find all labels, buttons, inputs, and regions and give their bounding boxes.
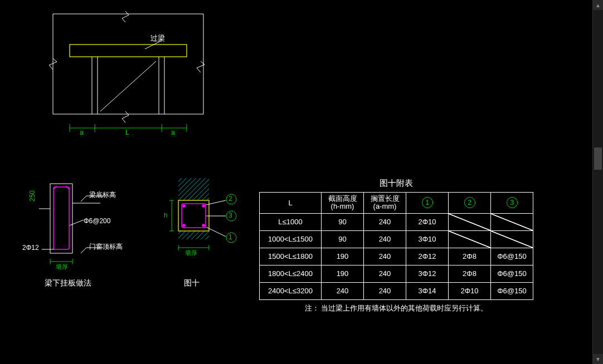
leader-line	[145, 41, 167, 52]
table-cell	[491, 213, 533, 230]
svg-rect-24	[182, 204, 206, 228]
table-row: L≤1000902402Φ10	[260, 213, 533, 230]
lintel-table: 图十附表 L 截面高度(h-mm) 搁置长度(a-mm) 1 2 3 L≤100…	[259, 178, 533, 313]
svg-line-19	[70, 220, 84, 225]
table-cell: 240	[364, 265, 406, 282]
table-cell: 3Φ10	[406, 230, 449, 248]
table-cell: Φ6@150	[491, 282, 533, 299]
hanging-panel-section: 250 梁底标高 Φ6@200 2Φ12 门窗顶标高 墙厚 梁下挂板做法	[39, 178, 139, 278]
scroll-thumb[interactable]	[594, 147, 602, 170]
table-cell: 240	[364, 230, 406, 248]
table-header-row: L 截面高度(h-mm) 搁置长度(a-mm) 1 2 3	[260, 193, 533, 214]
th-L: L	[260, 193, 322, 214]
spec-table: L 截面高度(h-mm) 搁置长度(a-mm) 1 2 3 L≤10009024…	[259, 192, 533, 300]
dim-h: h	[164, 211, 168, 219]
table-cell	[449, 213, 491, 230]
table-cell: 2Φ8	[449, 265, 491, 282]
table-cell	[449, 230, 491, 248]
table-cell: 2Φ10	[406, 213, 449, 230]
figure-10-section: 2 3 1 h 墙厚 图十	[167, 178, 251, 281]
dim-a-left: a	[80, 129, 84, 136]
table-row: 2400<L≤32002402403Φ142Φ10Φ6@150	[260, 282, 533, 299]
scroll-track[interactable]	[593, 10, 603, 354]
th-c3: 3	[491, 193, 533, 214]
top-svg	[47, 8, 215, 136]
table-cell: L≤1000	[260, 213, 322, 230]
beam-bottom-elev: 梁底标高	[89, 190, 116, 200]
callout-1: 1	[228, 233, 232, 241]
callout-2: 2	[228, 195, 232, 203]
dim-a-right: a	[171, 129, 175, 136]
table-cell: 1500<L≤1800	[260, 248, 322, 265]
svg-rect-22	[178, 178, 209, 200]
table-cell: 240	[364, 213, 406, 230]
table-cell: 90	[322, 230, 364, 248]
vertical-scrollbar[interactable]: ▲ ▼	[592, 0, 603, 364]
table-cell: 2Φ12	[406, 248, 449, 265]
stirrup-spec: Φ6@200	[84, 217, 110, 225]
table-row: 1500<L≤18001902402Φ122Φ8Φ6@150	[260, 248, 533, 265]
table-row: 1000<L≤1500902403Φ10	[260, 230, 533, 248]
dim-L: L	[125, 129, 129, 136]
opening-top-elev: 门窗顶标高	[89, 242, 123, 252]
svg-line-32	[206, 227, 226, 237]
table-cell: 1800<L≤2400	[260, 265, 322, 282]
table-cell: 3Φ14	[406, 282, 449, 299]
sec-right-svg	[167, 178, 251, 278]
cad-canvas[interactable]: 过梁 a L a	[0, 0, 557, 364]
table-cell: 1000<L≤1500	[260, 230, 322, 248]
table-title: 图十附表	[259, 178, 533, 189]
table-row: 1800<L≤24001902403Φ122Φ8Φ6@150	[260, 265, 533, 282]
table-cell: 2Φ10	[449, 282, 491, 299]
th-c1: 1	[406, 193, 449, 214]
scroll-down-arrow[interactable]: ▼	[593, 354, 603, 364]
scroll-up-arrow[interactable]: ▲	[593, 0, 603, 10]
table-cell	[491, 230, 533, 248]
table-cell: 3Φ12	[406, 265, 449, 282]
svg-rect-29	[178, 231, 209, 239]
th-c2: 2	[449, 193, 491, 214]
svg-rect-0	[70, 45, 187, 57]
svg-line-11	[145, 41, 162, 49]
table-cell: 190	[322, 265, 364, 282]
bar-spec: 2Φ12	[22, 244, 39, 252]
svg-point-26	[202, 205, 205, 207]
svg-line-5	[100, 61, 156, 111]
dim-250: 250	[28, 190, 36, 201]
table-cell: 240	[322, 282, 364, 299]
sec-left-title: 梁下挂板做法	[45, 278, 91, 288]
th-h: 截面高度(h-mm)	[322, 193, 364, 214]
svg-rect-12	[54, 187, 69, 249]
sec-right-title: 图十	[184, 278, 200, 288]
svg-point-27	[183, 224, 185, 227]
table-cell: 240	[364, 282, 406, 299]
table-cell: 90	[322, 213, 364, 230]
svg-point-28	[202, 224, 205, 227]
table-cell: 2400<L≤3200	[260, 282, 322, 299]
table-cell: Φ6@150	[491, 265, 533, 282]
dim-wall-left: 墙厚	[56, 263, 68, 271]
callout-3: 3	[228, 211, 232, 219]
table-cell: 240	[364, 248, 406, 265]
table-note: 注： 当过梁上作用有墙体以外的其他荷载时应另行计算。	[259, 303, 533, 313]
th-a: 搁置长度(a-mm)	[364, 193, 406, 214]
table-cell: 2Φ8	[449, 248, 491, 265]
top-elevation-drawing: 过梁 a L a	[47, 8, 215, 136]
table-cell: Φ6@150	[491, 248, 533, 265]
dim-wall-right: 墙厚	[185, 249, 197, 257]
svg-point-25	[183, 205, 185, 207]
table-cell: 190	[322, 248, 364, 265]
